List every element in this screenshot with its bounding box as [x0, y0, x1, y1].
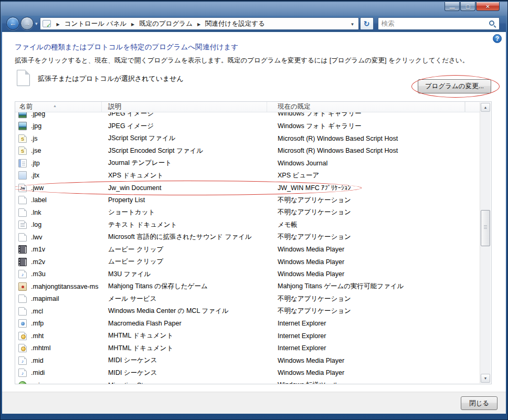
file-extension: .lwv	[31, 234, 43, 241]
scroll-up-icon[interactable]: ▲	[481, 103, 490, 112]
scrollbar-thumb[interactable]	[481, 210, 490, 246]
file-description-cell: Microsoft 言語的に拡張されたサウンド ファイル	[102, 233, 267, 242]
file-description-cell: MIDI シーケンス	[102, 356, 267, 365]
current-default-cell: Windows フォト ギャラリー	[267, 122, 480, 131]
file-description-cell: MHTML ドキュメント	[102, 344, 267, 353]
refresh-icon: ↻	[364, 19, 370, 28]
file-ext-cell: ♪.m3u	[15, 270, 102, 278]
current-default-cell: JW_WIN MFC ｱﾌﾟﾘｹｰｼｮﾝ	[267, 184, 480, 192]
breadcrumb-item[interactable]: 既定のプログラム	[139, 20, 193, 27]
current-default-cell: Internet Explorer	[267, 344, 480, 352]
table-row[interactable]: .mahjongtitanssave-msMahjong Titans の保存し…	[15, 280, 480, 293]
scroll-down-icon[interactable]: ▼	[481, 374, 490, 383]
table-row[interactable]: S.jsJScript Script ファイルMicrosoft (R) Win…	[15, 132, 480, 145]
file-ext-cell: .lwv	[15, 233, 102, 242]
table-row[interactable]: .m1vムービー クリップWindows Media Player	[15, 244, 480, 256]
breadcrumb-dropdown-icon[interactable]: ▼	[351, 22, 355, 27]
forward-button[interactable]: →	[20, 17, 34, 30]
file-extension: .mid	[31, 357, 44, 364]
table-row[interactable]: .jpegJPEG イメージWindows フォト ギャラリー	[15, 112, 480, 120]
history-dropdown-icon[interactable]: ▾	[35, 21, 38, 26]
journal-file-icon	[18, 159, 27, 167]
breadcrumb-item[interactable]: コントロール パネル	[65, 20, 126, 27]
jw-file-icon: Jw	[18, 184, 27, 192]
change-program-button[interactable]: プログラムの変更...	[418, 79, 491, 93]
file-extension: .lnk	[31, 209, 41, 216]
column-header-current-default[interactable]: 現在の既定	[267, 102, 465, 112]
table-row[interactable]: ♪.midMIDI シーケンスWindows Media Player	[15, 354, 480, 367]
page-description: 拡張子をクリックすると、現在、既定で開くプログラムを表示します。既定のプログラム…	[15, 56, 469, 65]
file-extension: .jpeg	[31, 112, 45, 118]
table-row[interactable]: .lnkショートカット不明なアプリケーション	[15, 206, 480, 219]
file-description-cell: JPEG イメージ	[102, 122, 267, 131]
file-ext-cell: .m2v	[15, 258, 102, 266]
file-extension: .mahjongtitanssave-ms	[31, 283, 99, 290]
file-description-cell: テキスト ドキュメント	[102, 220, 267, 229]
file-extension: .m2v	[31, 258, 45, 266]
file-ext-cell: .mapimail	[15, 295, 102, 303]
close-button[interactable]: 閉じる	[461, 396, 498, 410]
table-row[interactable]: .mhtmlMHTML ドキュメントInternet Explorer	[15, 342, 480, 355]
current-default-cell: Microsoft (R) Windows Based Script Host	[267, 147, 480, 154]
search-box[interactable]	[378, 17, 500, 30]
table-row[interactable]: ♪.m3uM3U ファイルWindows Media Player	[15, 268, 480, 281]
photo-file-icon	[18, 122, 27, 130]
current-default-cell: Internet Explorer	[267, 320, 480, 327]
table-row[interactable]: ♪.midiMIDI シーケンスWindows Media Player	[15, 367, 480, 380]
minimize-button[interactable]: —	[444, 2, 460, 11]
help-icon[interactable]: ?	[493, 34, 502, 43]
file-ext-cell: .mht	[15, 332, 102, 340]
table-row[interactable]: .m2vムービー クリップWindows Media Player	[15, 256, 480, 268]
table-row[interactable]: .mhtMHTML ドキュメントInternet Explorer	[15, 330, 480, 342]
table-row[interactable]: .mfpMacromedia Flash PaperInternet Explo…	[15, 318, 480, 330]
script-file-icon: S	[18, 134, 27, 143]
table-row[interactable]: S.jseJScript Encoded Script ファイルMicrosof…	[15, 145, 480, 158]
current-default-cell: Microsoft (R) Windows Based Script Host	[267, 135, 480, 142]
table-row[interactable]: .jtpJournal テンプレートWindows Journal	[15, 157, 480, 170]
breadcrumb-item[interactable]: 関連付けを設定する	[205, 20, 265, 27]
file-ext-cell: .jpg	[15, 122, 102, 130]
current-default-cell: 不明なアプリケーション	[267, 196, 480, 205]
list-header: 名前 ▲ 説明 現在の既定	[15, 102, 480, 112]
text-file-icon	[18, 220, 27, 229]
titlebar[interactable]: — ▢ ✕	[1, 1, 507, 16]
current-default-cell: Windows Media Player	[267, 246, 480, 253]
vertical-scrollbar[interactable]: ▲ ▼	[480, 102, 491, 383]
minimize-icon: —	[450, 4, 455, 12]
table-row[interactable]: Jw.jwwJw_win DocumentJW_WIN MFC ｱﾌﾟﾘｹｰｼｮ…	[15, 182, 480, 194]
table-row[interactable]: .labelProperty List不明なアプリケーション	[15, 194, 480, 207]
table-row[interactable]: .jpgJPEG イメージWindows フォト ギャラリー	[15, 120, 480, 133]
close-icon: ✕	[485, 3, 490, 10]
search-input[interactable]	[382, 18, 499, 29]
table-row[interactable]: .logテキスト ドキュメントメモ帳	[15, 219, 480, 232]
audio-file-icon: ♪	[18, 270, 27, 278]
file-description-cell: Property List	[102, 196, 267, 204]
table-row[interactable]: .mclWindows Media Center の MCL ファイル不明なアプ…	[15, 305, 480, 318]
column-header-description[interactable]: 説明	[102, 102, 267, 112]
search-icon[interactable]	[489, 20, 494, 26]
file-ext-cell: .jtp	[15, 159, 102, 167]
file-extension: .jww	[31, 184, 44, 192]
flash-file-icon	[18, 319, 27, 328]
close-window-button[interactable]: ✕	[476, 2, 500, 11]
set-associations-icon	[43, 20, 51, 27]
breadcrumb[interactable]: ▶コントロール パネル▶既定のプログラム▶関連付けを設定する ▼	[40, 17, 359, 30]
file-extension: .jtp	[31, 160, 40, 167]
maximize-icon: ▢	[465, 3, 470, 10]
refresh-button[interactable]: ↻	[360, 17, 374, 30]
table-row[interactable]: .jtxXPS ドキュメントXPS ビューア	[15, 170, 480, 182]
maximize-button[interactable]: ▢	[460, 2, 475, 11]
file-ext-cell: ♪.mid	[15, 356, 102, 365]
back-button[interactable]: ←	[6, 17, 19, 30]
file-ext-cell: ♪.midi	[15, 369, 102, 377]
file-description-cell: ムービー クリップ	[102, 245, 267, 254]
table-row[interactable]: .migMigration StoreWindows 転送ツール	[15, 379, 480, 384]
mht-file-icon	[18, 332, 27, 340]
audio-file-icon: ♪	[18, 356, 27, 365]
column-header-name[interactable]: 名前 ▲	[15, 102, 102, 112]
table-row[interactable]: .mapimailメール サービス不明なアプリケーション	[15, 293, 480, 306]
table-row[interactable]: .lwvMicrosoft 言語的に拡張されたサウンド ファイル不明なアプリケー…	[15, 231, 480, 244]
breadcrumb-separator-icon: ▶	[52, 22, 65, 27]
column-header-filler	[465, 102, 480, 112]
file-extension: .m3u	[31, 270, 46, 278]
